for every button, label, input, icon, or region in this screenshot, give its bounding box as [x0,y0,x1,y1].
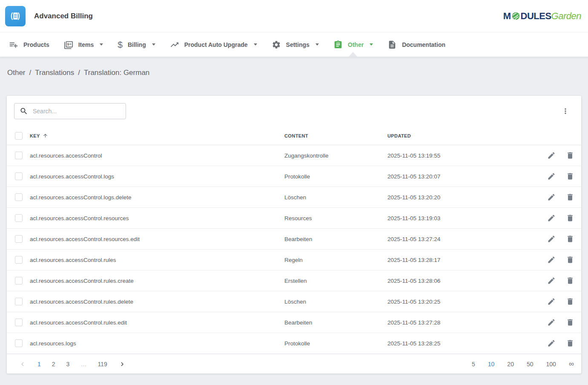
content-cell: Löschen [284,299,387,305]
delete-button[interactable] [566,193,574,201]
table-row: acl.resources.accessControl.logs Protoko… [7,166,581,187]
edit-button[interactable] [547,172,556,181]
translations-card: KEY CONTENT UPDATED acl.resources.access… [7,96,581,374]
page-button-1[interactable]: 1 [37,359,41,369]
delete-button[interactable] [566,214,574,222]
breadcrumb-item-current: Translation: German [84,69,149,77]
row-checkbox[interactable] [15,319,23,326]
row-checkbox[interactable] [15,214,23,222]
nav-label: Items [78,41,94,48]
key-cell: acl.resources.accessControl.resources.ed… [30,236,284,242]
page-size-unlimited[interactable]: ∞ [569,358,574,370]
updated-cell: 2025-11-05 13:20:20 [387,194,534,201]
delete-button[interactable] [566,151,574,160]
table-row: acl.resources.accessControl.resources Re… [7,208,581,229]
delete-button[interactable] [566,297,574,306]
top-header: Advanced Billing M DULES Garden [0,0,588,32]
nav-item-items[interactable]: 9+ Items [57,32,111,57]
nav-label: Documentation [402,41,445,48]
edit-button[interactable] [547,151,556,160]
nav-item-documentation[interactable]: Documentation [380,32,453,57]
table-row: acl.resources.accessControl Zugangskontr… [7,145,581,166]
row-checkbox[interactable] [15,193,23,201]
edit-button[interactable] [547,339,556,348]
nav-label: Billing [128,41,146,48]
key-cell: acl.resources.accessControl.logs [30,173,284,180]
breadcrumb-separator: / [29,69,32,77]
pagination-bar: 1 2 3 … 119 5 10 20 50 100 ∞ [7,354,581,374]
edit-button[interactable] [547,193,556,201]
edit-button[interactable] [547,214,556,222]
page-size-20[interactable]: 20 [507,359,514,369]
nav-item-billing[interactable]: $ Billing [110,32,162,57]
key-cell: acl.resources.accessControl [30,152,284,159]
row-checkbox[interactable] [15,339,23,347]
page-button-119[interactable]: 119 [98,359,107,369]
nav-item-settings[interactable]: Settings [264,32,326,57]
row-checkbox[interactable] [15,298,23,305]
content-cell: Erstellen [284,278,387,284]
edit-button[interactable] [547,276,556,285]
chevron-down-icon [370,43,373,46]
select-all-checkbox[interactable] [15,132,23,140]
edit-button[interactable] [547,256,556,264]
breadcrumb-item-translations[interactable]: Translations [35,69,74,77]
nav-item-other[interactable]: Other [326,32,380,57]
nav-item-products[interactable]: Products [2,32,57,57]
row-checkbox[interactable] [15,152,23,159]
delete-button[interactable] [566,256,574,264]
trending-up-icon [170,40,179,49]
nav-item-product-auto-upgrade[interactable]: Product Auto Upgrade [163,32,264,57]
content-cell: Regeln [284,257,387,263]
table-row: acl.resources.accessControl.rules.delete… [7,291,581,312]
table-header-row: KEY CONTENT UPDATED [7,126,581,145]
delete-button[interactable] [566,276,574,285]
brand-text-m: M [503,11,511,21]
page-size-5[interactable]: 5 [472,359,475,369]
more-options-button[interactable] [559,105,571,117]
brand-text-dules: DULES [521,11,551,21]
updated-cell: 2025-11-05 13:20:25 [387,299,534,305]
chevron-down-icon [316,43,319,46]
delete-button[interactable] [566,339,574,348]
page-size-buttons: 5 10 20 50 100 ∞ [459,358,574,370]
breadcrumb-item-other[interactable]: Other [7,69,26,77]
previous-page-button[interactable] [19,359,26,370]
column-header-key[interactable]: KEY [30,133,284,138]
edit-button[interactable] [547,235,556,243]
search-input[interactable] [33,108,120,115]
breadcrumb: Other / Translations / Translation: Germ… [7,69,581,77]
next-page-button[interactable] [118,359,126,370]
column-header-updated[interactable]: UPDATED [387,133,534,138]
delete-button[interactable] [566,172,574,181]
page-button-2[interactable]: 2 [52,359,55,369]
document-icon [387,40,397,49]
clipboard-icon [333,40,343,49]
main-navbar: Products 9+ Items $ Billing Product Auto… [0,32,588,57]
delete-button[interactable] [566,318,574,327]
page-ellipsis: … [80,359,86,369]
content-cell: Bearbeiten [284,236,387,242]
chevron-down-icon [254,43,257,46]
row-checkbox[interactable] [15,235,23,243]
edit-button[interactable] [547,297,556,306]
table-row: acl.resources.accessControl.rules Regeln… [7,250,581,270]
column-header-content[interactable]: CONTENT [284,133,387,138]
key-cell: acl.resources.accessControl.rules.edit [30,319,284,326]
app-logo-icon [5,6,26,26]
table-row: acl.resources.accessControl.logs.delete … [7,187,581,208]
page-size-10[interactable]: 10 [488,359,495,369]
row-checkbox[interactable] [15,172,23,180]
row-checkbox[interactable] [15,256,23,264]
page-size-50[interactable]: 50 [527,359,534,369]
page-button-3[interactable]: 3 [66,359,70,369]
chevron-down-icon [152,43,155,46]
page-size-100[interactable]: 100 [546,359,556,369]
row-checkbox[interactable] [15,277,23,284]
globe-icon [511,11,520,20]
updated-cell: 2025-11-05 13:19:55 [387,152,534,159]
key-cell: acl.resources.logs [30,340,284,347]
edit-button[interactable] [547,318,556,327]
delete-button[interactable] [566,235,574,243]
key-cell: acl.resources.accessControl.resources [30,215,284,221]
